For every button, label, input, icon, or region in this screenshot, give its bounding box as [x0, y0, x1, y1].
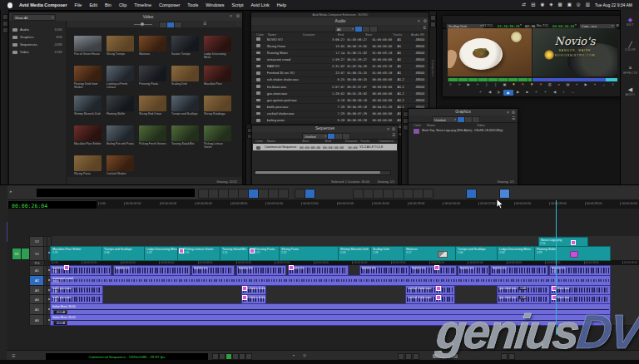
video-clip-thumbnail[interactable]	[139, 36, 166, 52]
go-next-icon[interactable]	[541, 91, 550, 94]
video-clip[interactable]: Slicing Turnips	[106, 36, 134, 60]
video-clip-thumbnail[interactable]	[204, 36, 231, 52]
bin-menu-icon[interactable]	[203, 22, 206, 27]
sequences-filter-dropdown[interactable]: Untitled▾	[302, 133, 329, 140]
bin-list-item[interactable]: Sequences 209K	[9, 41, 66, 48]
play-button[interactable]: ▶	[503, 90, 513, 96]
table-row[interactable]: NOVIO VO 3:06:27 01:03:06:27 01:00:00:00…	[251, 37, 429, 43]
menu-item[interactable]: Edit	[89, 2, 97, 7]
menu-item[interactable]: Script	[231, 2, 243, 7]
bin-chat-icon[interactable]	[417, 27, 419, 31]
video-clip[interactable]: Shrimp Mussels Dish	[74, 96, 102, 120]
chevron-down-icon[interactable]	[575, 24, 577, 27]
video-clip[interactable]: Slicing Rutabaga	[204, 96, 231, 120]
video-clip[interactable]: Ladys Discussing Menu	[204, 36, 231, 60]
extract-icon[interactable]	[536, 83, 545, 86]
toggle-icon[interactable]	[501, 353, 508, 360]
record-status-icon[interactable]	[540, 2, 544, 7]
bin-menu-icon[interactable]	[392, 134, 395, 138]
horizontal-scrollbar[interactable]	[254, 170, 391, 175]
video-quality-icon[interactable]	[225, 353, 232, 360]
composer-menu-icon[interactable]	[616, 24, 619, 27]
column-view-button[interactable]	[472, 116, 480, 123]
video-clip-thumbnail[interactable]	[204, 96, 231, 111]
control-center-icon[interactable]	[586, 2, 590, 7]
marker-icon[interactable]	[179, 248, 184, 253]
toggle-icon[interactable]	[232, 353, 239, 360]
mark-in-icon[interactable]	[482, 83, 491, 86]
menu-item[interactable]: Windows	[206, 2, 224, 7]
video-clip[interactable]: Slicing Pasta	[74, 155, 102, 180]
table-row[interactable]: Finished 30 sec VO 22:07 01:00:25:25 01:…	[251, 71, 429, 77]
video-clip-thumbnail[interactable]	[74, 125, 102, 141]
video-clip[interactable]: Macallan Pour Snifter	[74, 125, 102, 150]
video-clip[interactable]: Scaling Dish	[171, 66, 199, 90]
bin-filter-dropdown[interactable]: Show All▾	[12, 14, 56, 21]
table-row[interactable]: restaurant crowd 1:59:27 00:01:59:27 00:…	[251, 57, 429, 63]
video-clip-thumbnail[interactable]	[106, 36, 134, 52]
workspace-color[interactable]: ╱ COLOR	[621, 42, 639, 52]
record-track-selector[interactable]: Rec TC1	[537, 24, 548, 27]
video-clip[interactable]: Boiling Pot with Pasta	[106, 125, 134, 150]
bin-list-item[interactable]: Video 133K	[9, 48, 66, 56]
video-clip[interactable]: Picking Lettuce Green	[204, 125, 231, 150]
workspace-audio[interactable]: ◀ AUDIO	[621, 86, 639, 96]
link-selection-button[interactable]	[305, 189, 315, 199]
gear-icon[interactable]: ⚙	[512, 111, 515, 115]
video-clip[interactable]: Turnips and Scallops	[171, 96, 199, 120]
toggle-source-record-button[interactable]	[499, 189, 510, 199]
gain-badge[interactable]: -20.6 dB	[53, 321, 67, 326]
keyboard-status-icon[interactable]	[557, 2, 562, 7]
menu-item[interactable]: Clip	[119, 2, 126, 7]
step-icon[interactable]	[550, 91, 559, 94]
play-icon[interactable]	[464, 83, 473, 86]
playhead[interactable]	[556, 200, 557, 335]
timeline-view-button[interactable]	[466, 189, 477, 199]
chevron-down-icon[interactable]	[293, 354, 295, 357]
timeline-clip[interactable]: Waitress2:17	[404, 246, 457, 261]
go-prev-icon[interactable]	[532, 91, 541, 94]
table-row[interactable]: gas-ignition-poof.wav 0:18 00:00:00:18 0…	[251, 97, 429, 104]
bin-menu-icon[interactable]	[423, 27, 426, 31]
gear-icon[interactable]: ⚙	[236, 14, 240, 18]
video-clip-thumbnail[interactable]	[74, 36, 102, 52]
workspace-effects[interactable]: × EFFECTS	[621, 65, 639, 75]
mark-clip-icon[interactable]	[500, 83, 509, 86]
column-view-button[interactable]	[342, 133, 350, 140]
app-menu-title[interactable]: Avid Media Composer	[19, 2, 67, 7]
menu-item[interactable]: Avid Link	[251, 2, 270, 7]
fast-forward-icon[interactable]	[473, 83, 483, 86]
video-clip[interactable]: Cocktail Shaker	[106, 155, 134, 180]
record-position-bar[interactable]	[532, 78, 617, 81]
marker-icon[interactable]	[250, 248, 255, 253]
clip-menu-icon[interactable]	[446, 83, 455, 86]
panel-tab-icon[interactable]	[2, 27, 8, 33]
panel-tab-icon[interactable]	[430, 22, 436, 27]
bluetooth-status-icon[interactable]	[549, 2, 552, 7]
bin-list-item[interactable]: Graphics 80K	[9, 33, 66, 41]
video-clip-thumbnail[interactable]	[139, 96, 166, 111]
table-row[interactable]: salt-shaker-shake.wav 0:25 00:00:00:25 0…	[251, 77, 429, 84]
rewind-icon[interactable]	[455, 83, 464, 86]
go-to-end-icon[interactable]	[591, 83, 600, 86]
video-clip[interactable]: Waitress	[139, 36, 166, 60]
bin-menu-icon[interactable]	[512, 117, 515, 121]
battery-status-icon[interactable]	[567, 2, 572, 7]
frame-back-icon[interactable]	[485, 91, 494, 94]
video-clip[interactable]: Slicing Red Onion	[139, 96, 166, 120]
close-icon[interactable]: ×	[507, 111, 509, 115]
apple-menu-icon[interactable]	[7, 2, 12, 8]
video-clip[interactable]: Flaming Skillet	[106, 96, 134, 120]
timeline-clip[interactable]: Scallop Dish1:28	[370, 246, 405, 261]
workspace-edit[interactable]: ◆ EDIT	[621, 17, 639, 27]
play-in-out-icon[interactable]	[494, 91, 503, 94]
timeline-audio-clip[interactable]: Italian Music 30:00 -20.6 dB	[50, 303, 611, 315]
graphics-filter-dropdown[interactable]: Untitled▾	[432, 116, 458, 123]
source-monitor[interactable]	[448, 28, 532, 76]
timeline-clip[interactable]: Tossing Salad Mix1:15	[220, 246, 250, 261]
table-row[interactable]: Slicing Onion 19:05 00:00:19:05 00:00:00…	[251, 43, 429, 50]
menu-item[interactable]: Composer	[159, 2, 180, 7]
splice-icon[interactable]	[528, 83, 537, 86]
toggle-icon[interactable]	[508, 353, 515, 360]
record-monitor[interactable]: Novio's BANGOR, MAINE NOVIOSBISTRO.COM	[532, 28, 617, 76]
